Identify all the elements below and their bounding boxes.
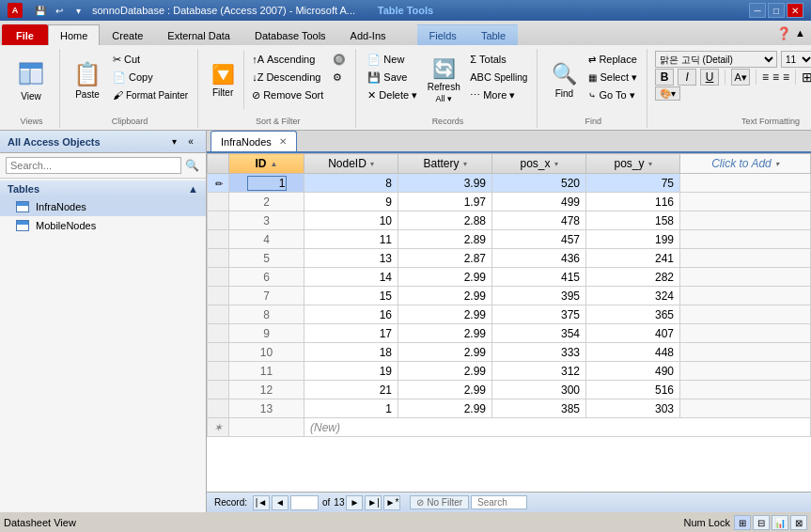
cell-pos_x[interactable]: 312 [492, 362, 586, 381]
cell-battery[interactable]: 2.99 [398, 381, 492, 399]
view-btn[interactable]: View [9, 49, 53, 111]
cell-empty[interactable] [680, 287, 811, 305]
col-header-posx[interactable]: pos_x ▾ [492, 154, 586, 174]
search-nav-input[interactable] [471, 495, 527, 509]
cell-empty[interactable] [680, 249, 811, 268]
table-row[interactable]: 12212.99300516 [208, 381, 811, 399]
cell-battery[interactable]: 2.99 [398, 362, 492, 381]
cell-nodeId[interactable]: 14 [304, 268, 398, 287]
cell-pos_x[interactable]: 395 [492, 287, 586, 305]
grid-lines-btn[interactable]: ⊞ [802, 70, 811, 85]
filter-btn[interactable]: 🔽 Filter [206, 49, 240, 111]
cell-nodeId[interactable]: 8 [304, 174, 398, 193]
cell-battery[interactable]: 2.99 [398, 399, 492, 418]
ascending-btn[interactable]: ↑A Ascending [248, 51, 327, 68]
nav-search-input[interactable] [6, 157, 181, 174]
tab-fields[interactable]: Fields [417, 24, 469, 45]
layout-view-btn[interactable]: ⊠ [790, 515, 807, 530]
totals-btn[interactable]: Σ Totals [466, 51, 531, 68]
underline-btn[interactable]: U [700, 69, 719, 86]
datasheet-wrapper[interactable]: ID ▲ NodeID ▾ Battery [207, 153, 811, 492]
cell-id[interactable]: 2 [229, 193, 304, 211]
col-header-clicktoadd[interactable]: Click to Add ▾ [680, 154, 811, 174]
descending-btn[interactable]: ↓Z Descending [248, 69, 327, 86]
format-painter-btn[interactable]: 🖌 Format Painter [109, 86, 192, 103]
cell-battery[interactable]: 2.99 [398, 287, 492, 305]
cell-id[interactable]: 4 [229, 230, 304, 249]
first-record-btn[interactable]: |◄ [253, 495, 270, 510]
cell-id[interactable]: 12 [229, 381, 304, 399]
col-header-posy[interactable]: pos_y ▾ [586, 154, 680, 174]
cell-pos_x[interactable]: 478 [492, 211, 586, 230]
tab-external-data[interactable]: External Data [155, 24, 242, 45]
ribbon-minimize-btn[interactable]: ▲ [795, 27, 805, 39]
cell-battery[interactable]: 2.99 [398, 324, 492, 343]
cell-id[interactable] [229, 174, 304, 193]
cell-pos_x[interactable]: 300 [492, 381, 586, 399]
center-align-btn[interactable]: ≡ [772, 70, 779, 84]
table-row[interactable]: 9172.99354407 [208, 324, 811, 343]
left-align-btn[interactable]: ≡ [762, 70, 769, 84]
pivot-chart-btn[interactable]: 📊 [772, 515, 788, 530]
bg-color-btn[interactable]: 🎨▾ [655, 86, 680, 101]
cell-empty[interactable] [680, 230, 811, 249]
cell-id[interactable]: 9 [229, 324, 304, 343]
table-row[interactable]: 291.97499116 [208, 193, 811, 211]
cell-nodeId[interactable]: 13 [304, 249, 398, 268]
cell-nodeId[interactable]: 17 [304, 324, 398, 343]
table-row[interactable]: ✏83.9952075 [208, 174, 811, 193]
cell-pos_x[interactable]: 354 [492, 324, 586, 343]
col-header-battery[interactable]: Battery ▾ [398, 154, 492, 174]
cell-id[interactable]: 13 [229, 399, 304, 418]
paste-btn[interactable]: 📋 Paste [68, 49, 107, 111]
cell-id[interactable]: 8 [229, 305, 304, 324]
tab-add-ins[interactable]: Add-Ins [338, 24, 398, 45]
cell-nodeId[interactable]: 15 [304, 287, 398, 305]
col-header-nodeid[interactable]: NodeID ▾ [304, 154, 398, 174]
table-row[interactable]: 7152.99395324 [208, 287, 811, 305]
cell-empty[interactable] [680, 268, 811, 287]
cell-empty[interactable] [680, 362, 811, 381]
last-record-btn[interactable]: ►| [365, 495, 382, 510]
close-btn[interactable]: ✕ [787, 3, 803, 18]
remove-sort-btn[interactable]: ⊘ Remove Sort [248, 86, 327, 103]
cell-empty[interactable] [680, 174, 811, 193]
cell-id[interactable]: 7 [229, 287, 304, 305]
font-select[interactable]: 맑은 고딕 (Detail) [655, 51, 777, 68]
tab-table[interactable]: Table [469, 24, 518, 45]
prev-record-btn[interactable]: ◄ [272, 495, 289, 510]
cell-pos_x[interactable]: 436 [492, 249, 586, 268]
qat-dropdown[interactable]: ▾ [70, 3, 86, 18]
cell-pos_y[interactable]: 365 [586, 305, 680, 324]
cell-pos_y[interactable]: 282 [586, 268, 680, 287]
help-btn[interactable]: ❓ [776, 26, 791, 40]
cell-pos_x[interactable]: 333 [492, 343, 586, 362]
cell-pos_y[interactable]: 407 [586, 324, 680, 343]
refresh-btn[interactable]: 🔄 Refresh All ▾ [423, 49, 464, 111]
table-row[interactable]: 5132.87436241 [208, 249, 811, 268]
cell-empty[interactable] [680, 193, 811, 211]
toggle-filter-btn[interactable]: 🔘 [329, 51, 350, 68]
cell-pos_y[interactable]: 448 [586, 343, 680, 362]
nav-item-mobilenodes[interactable]: MobileNodes [0, 216, 206, 235]
table-row[interactable]: 1312.99385303 [208, 399, 811, 418]
cell-battery[interactable]: 3.99 [398, 174, 492, 193]
cell-nodeId[interactable]: 18 [304, 343, 398, 362]
replace-btn[interactable]: ⇄ Replace [585, 51, 641, 68]
cell-pos_y[interactable]: 303 [586, 399, 680, 418]
cell-pos_y[interactable]: 158 [586, 211, 680, 230]
save-btn[interactable]: 💾 Save [364, 69, 421, 86]
cell-pos_y[interactable]: 116 [586, 193, 680, 211]
cell-pos_y[interactable]: 75 [586, 174, 680, 193]
save-qat-btn[interactable]: 💾 [32, 3, 49, 18]
cell-nodeId[interactable]: 21 [304, 381, 398, 399]
tab-close-icon[interactable]: ✕ [279, 136, 287, 147]
search-icon[interactable]: 🔍 [183, 157, 200, 174]
cell-pos_x[interactable]: 375 [492, 305, 586, 324]
cell-battery[interactable]: 2.99 [398, 268, 492, 287]
bold-btn[interactable]: B [655, 69, 674, 86]
tab-create[interactable]: Create [100, 24, 155, 45]
col-header-id[interactable]: ID ▲ [229, 154, 304, 174]
cell-nodeId[interactable]: 9 [304, 193, 398, 211]
new-record-btn[interactable]: 📄 New [364, 51, 421, 68]
